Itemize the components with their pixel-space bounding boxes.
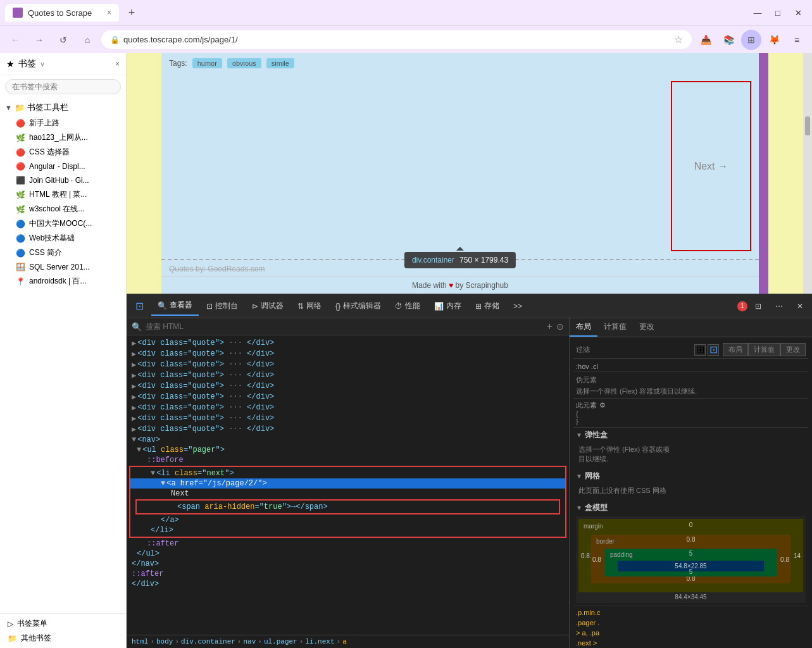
sidebar-dropdown[interactable]: ∨ bbox=[40, 60, 45, 68]
new-tab-btn[interactable]: + bbox=[122, 3, 142, 23]
layout-toggle-2[interactable]: 计算值 bbox=[748, 343, 780, 356]
breadcrumb-nav[interactable]: nav bbox=[243, 638, 256, 645]
pick-element-btn[interactable]: ⊙ bbox=[556, 321, 564, 332]
tab-close-btn[interactable]: × bbox=[107, 8, 111, 17]
layout-toggle-1[interactable]: 布局 bbox=[723, 343, 748, 356]
forward-btn[interactable]: → bbox=[29, 30, 49, 50]
back-btn[interactable]: ← bbox=[5, 30, 25, 50]
sidebar-item-4[interactable]: ⬛ Join GitHub · Gi... bbox=[0, 173, 126, 187]
sidebar-item-7[interactable]: 🔵 中国大学MOOC(... bbox=[0, 216, 126, 231]
html-line-end-ul[interactable]: </ul> bbox=[127, 549, 569, 559]
pocket-icon[interactable]: 📥 bbox=[696, 30, 716, 50]
sidebar-item-2[interactable]: 🔴 CSS 选择器 bbox=[0, 145, 126, 159]
devtools-tab-console[interactable]: ⊡ 控制台 bbox=[200, 297, 244, 315]
devtools-pick-element[interactable]: ⊡ bbox=[129, 296, 150, 316]
layout-tab[interactable]: 布局 bbox=[570, 318, 597, 337]
flex-section-header[interactable]: ▼ 弹性盒 bbox=[573, 428, 808, 442]
sidebar-item-3[interactable]: 🔴 Angular - Displ... bbox=[0, 159, 126, 173]
scrollbar[interactable] bbox=[803, 53, 812, 294]
html-line-2[interactable]: ▶<div class="quote"> ··· </div> bbox=[127, 359, 569, 370]
sidebar-search-input[interactable] bbox=[5, 79, 121, 94]
menu-btn[interactable]: ≡ bbox=[787, 30, 807, 50]
sidebar-item-8[interactable]: 🔵 Web技术基础 bbox=[0, 231, 126, 246]
sidebar-item-1[interactable]: 🌿 hao123_上网从... bbox=[0, 130, 126, 145]
html-line-ul[interactable]: ▼<ul class="pager"> bbox=[127, 445, 569, 455]
html-line-before[interactable]: ::before bbox=[127, 455, 569, 465]
html-line-li[interactable]: ▼<li class="next"> bbox=[130, 468, 565, 478]
home-btn[interactable]: ⌂ bbox=[77, 30, 97, 50]
layout-icon-2[interactable]: ⊡ bbox=[708, 344, 719, 356]
toolbar-section-header[interactable]: ▼ 📁 书签工具栏 bbox=[0, 99, 126, 116]
html-line-end-div[interactable]: </div> bbox=[127, 579, 569, 589]
screenshot-icon[interactable]: ⊞ bbox=[741, 30, 761, 50]
layout-icon-1[interactable]: ⊞ bbox=[694, 344, 706, 356]
tag-simile[interactable]: simile bbox=[266, 58, 294, 68]
devtools-tab-performance[interactable]: ⏱ 性能 bbox=[389, 297, 427, 315]
breadcrumb-a[interactable]: a bbox=[342, 638, 347, 645]
html-line-end-nav[interactable]: </nav> bbox=[127, 559, 569, 569]
minimize-btn[interactable]: — bbox=[749, 4, 766, 22]
devtools-tab-network[interactable]: ⇅ 网络 bbox=[291, 297, 328, 315]
sidebar-item-9[interactable]: 🔵 CSS 简介 bbox=[0, 246, 126, 260]
html-line-nav[interactable]: ▼<nav> bbox=[127, 435, 569, 445]
html-line-1[interactable]: ▶<div class="quote"> ··· </div> bbox=[127, 349, 569, 359]
html-line-5[interactable]: ▶<div class="quote"> ··· </div> bbox=[127, 392, 569, 402]
sidebar-item-0[interactable]: 🔴 新手上路 bbox=[0, 116, 126, 130]
bookmark-menu-item[interactable]: ▷ 书签菜单 bbox=[5, 616, 121, 631]
devtools-close-btn[interactable]: ✕ bbox=[790, 298, 809, 315]
html-line-7[interactable]: ▶<div class="quote"> ··· </div> bbox=[127, 413, 569, 424]
breadcrumb-html[interactable]: html bbox=[132, 638, 148, 645]
other-bookmarks-item[interactable]: 📁 其他书签 bbox=[5, 631, 121, 645]
html-line-end-a[interactable]: </a> bbox=[130, 515, 565, 525]
add-node-btn[interactable]: + bbox=[547, 321, 553, 332]
html-search-input[interactable] bbox=[146, 322, 543, 331]
grid-section-header[interactable]: ▼ 网格 bbox=[573, 469, 808, 483]
computed-tab[interactable]: 计算值 bbox=[597, 318, 633, 337]
maximize-btn[interactable]: □ bbox=[769, 4, 787, 22]
devtools-tab-inspector[interactable]: 🔍 查看器 bbox=[151, 296, 199, 316]
breadcrumb-body[interactable]: body bbox=[156, 638, 173, 645]
html-line-4[interactable]: ▶<div class="quote"> ··· </div> bbox=[127, 381, 569, 392]
html-line-span[interactable]: <span aria-hidden="true">→</span> bbox=[137, 502, 559, 512]
breadcrumb-container[interactable]: div.container bbox=[181, 638, 235, 645]
html-line-end-li[interactable]: </li> bbox=[130, 525, 565, 535]
changes-tab[interactable]: 更改 bbox=[633, 318, 661, 337]
margin-right-val: 14 bbox=[794, 552, 801, 559]
tag-humor[interactable]: humor bbox=[192, 58, 222, 68]
html-line-3[interactable]: ▶<div class="quote"> ··· </div> bbox=[127, 370, 569, 381]
layout-toggle-3[interactable]: 更改 bbox=[780, 343, 806, 356]
box-model-header[interactable]: ▼ 盒模型 bbox=[573, 501, 808, 515]
html-line-6[interactable]: ▶<div class="quote"> ··· </div> bbox=[127, 402, 569, 413]
gear-icon[interactable]: ⚙ bbox=[599, 401, 606, 409]
sidebar-close-btn[interactable]: × bbox=[115, 59, 120, 68]
next-button[interactable]: Next → bbox=[671, 81, 751, 251]
scroll-thumb[interactable] bbox=[805, 116, 810, 135]
html-line-next-text[interactable]: Next bbox=[130, 489, 565, 499]
html-line-after[interactable]: ::after bbox=[127, 539, 569, 549]
breadcrumb-li[interactable]: li.next bbox=[305, 638, 334, 645]
devtools-tab-storage[interactable]: ⊞ 存储 bbox=[469, 297, 506, 315]
library-icon[interactable]: 📚 bbox=[718, 30, 739, 50]
tag-obvious[interactable]: obvious bbox=[227, 58, 261, 68]
sidebar-item-5[interactable]: 🌿 HTML 教程 | 菜... bbox=[0, 187, 126, 202]
html-line-8[interactable]: ▶<div class="quote"> ··· </div> bbox=[127, 424, 569, 435]
devtools-tab-debugger[interactable]: ⊳ 调试器 bbox=[246, 297, 290, 315]
reload-btn[interactable]: ↺ bbox=[53, 30, 73, 50]
html-line-a-selected[interactable]: ▼<a href="/js/page/2/"> bbox=[130, 478, 565, 489]
sidebar-item-11[interactable]: 📍 androidsdk | 百... bbox=[0, 274, 126, 289]
address-bar[interactable]: 🔒 quotes.toscrape.com/js/page/1/ ☆ bbox=[101, 30, 692, 49]
html-line-after2[interactable]: ::after bbox=[127, 569, 569, 579]
devtools-tab-memory[interactable]: 📊 内存 bbox=[428, 297, 468, 315]
devtools-dock-btn[interactable]: ⊡ bbox=[749, 298, 768, 315]
sidebar-item-10[interactable]: 🪟 SQL Server 201... bbox=[0, 260, 126, 274]
active-tab[interactable]: Quotes to Scrape × bbox=[5, 4, 119, 22]
devtools-more-tabs[interactable]: >> bbox=[507, 298, 528, 315]
breadcrumb-ul[interactable]: ul.pager bbox=[264, 638, 297, 645]
devtools-tab-style-editor[interactable]: {} 样式编辑器 bbox=[329, 297, 387, 315]
devtools-options-btn[interactable]: ⋯ bbox=[769, 298, 789, 315]
bookmark-star-icon[interactable]: ☆ bbox=[674, 34, 683, 46]
html-line-0[interactable]: ▶<div class="quote"> ··· </div> bbox=[127, 338, 569, 349]
close-btn[interactable]: ✕ bbox=[789, 4, 807, 22]
sidebar-item-6[interactable]: 🌿 w3school 在线... bbox=[0, 202, 126, 216]
firefox-icon[interactable]: 🦊 bbox=[764, 30, 784, 50]
